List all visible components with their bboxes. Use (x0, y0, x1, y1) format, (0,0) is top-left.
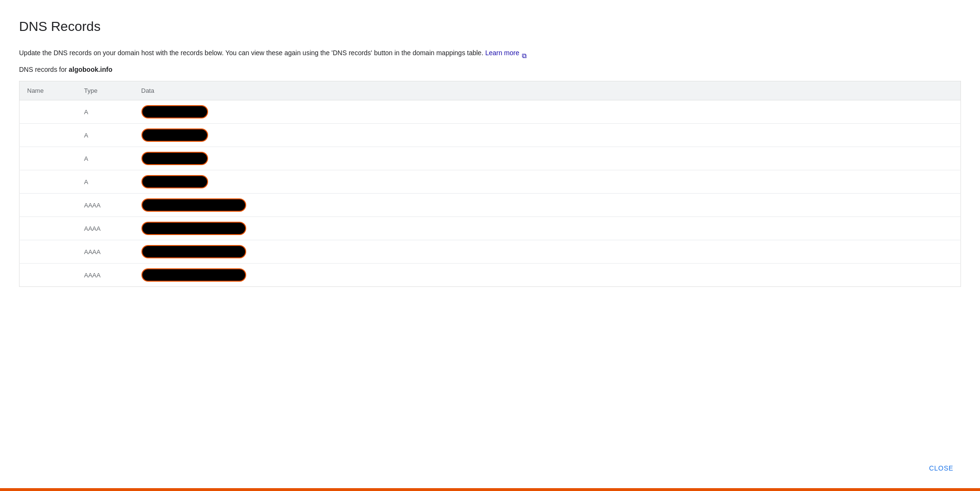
dns-records-table: Name Type Data AAAAAAAAAAAAAAAAAAAA (19, 81, 961, 287)
data-pill (141, 222, 246, 235)
cell-type: A (77, 124, 134, 147)
cell-data (134, 264, 961, 287)
cell-name (20, 240, 77, 264)
data-pill (141, 105, 208, 118)
table-row: A (20, 147, 961, 170)
domain-label: DNS records for algobook.info (19, 66, 961, 73)
cell-type: A (77, 170, 134, 194)
cell-type: AAAA (77, 240, 134, 264)
column-header-name: Name (20, 81, 77, 100)
table-row: A (20, 100, 961, 124)
table-row: AAAA (20, 194, 961, 217)
learn-more-link[interactable]: Learn more ⧉ (485, 49, 528, 57)
page-container: DNS Records Update the DNS records on yo… (0, 0, 980, 325)
table-row: A (20, 124, 961, 147)
cell-type: AAAA (77, 264, 134, 287)
table-row: AAAA (20, 240, 961, 264)
cell-data (134, 217, 961, 240)
external-link-icon: ⧉ (522, 50, 528, 56)
cell-name (20, 194, 77, 217)
data-pill (141, 268, 246, 282)
cell-name (20, 217, 77, 240)
cell-data (134, 100, 961, 124)
cell-name (20, 170, 77, 194)
table-row: AAAA (20, 264, 961, 287)
data-pill (141, 245, 246, 258)
cell-type: AAAA (77, 217, 134, 240)
cell-type: A (77, 147, 134, 170)
table-row: AAAA (20, 217, 961, 240)
cell-data (134, 170, 961, 194)
data-pill (141, 175, 208, 188)
cell-type: AAAA (77, 194, 134, 217)
table-row: A (20, 170, 961, 194)
data-pill (141, 152, 208, 165)
cell-data (134, 194, 961, 217)
cell-data (134, 240, 961, 264)
close-button-container: CLOSE (921, 461, 961, 476)
cell-name (20, 147, 77, 170)
data-pill (141, 198, 246, 212)
close-button[interactable]: CLOSE (921, 461, 961, 476)
page-title: DNS Records (19, 19, 961, 34)
cell-data (134, 147, 961, 170)
table-header-row: Name Type Data (20, 81, 961, 100)
bottom-bar (0, 488, 980, 491)
cell-name (20, 264, 77, 287)
data-pill (141, 128, 208, 142)
cell-data (134, 124, 961, 147)
column-header-type: Type (77, 81, 134, 100)
column-header-data: Data (134, 81, 961, 100)
cell-name (20, 100, 77, 124)
cell-name (20, 124, 77, 147)
description-text: Update the DNS records on your domain ho… (19, 48, 961, 58)
cell-type: A (77, 100, 134, 124)
